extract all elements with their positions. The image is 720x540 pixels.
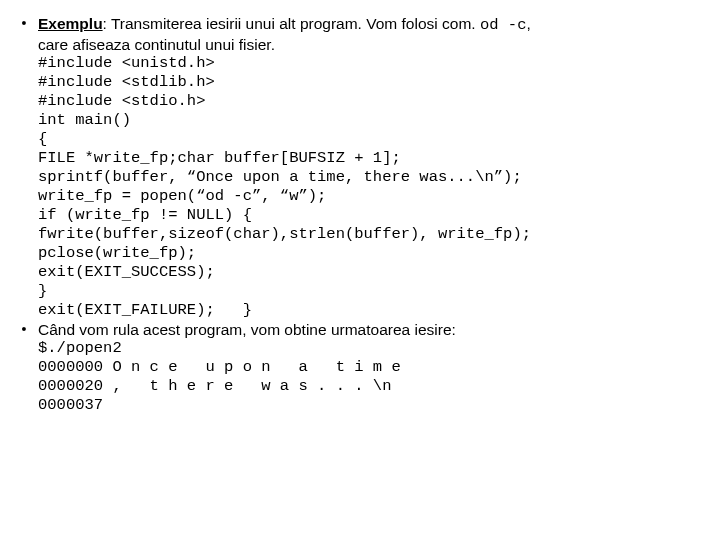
bullet-dot-icon: • <box>10 14 38 33</box>
bullet-2: • Când vom rula acest program, vom obtin… <box>10 320 710 415</box>
code-line: exit(EXIT_SUCCESS); <box>38 263 215 281</box>
code-line: write_fp = popen(“od -c”, “w”); <box>38 187 326 205</box>
code-line: fwrite(buffer,sizeof(char),strlen(buffer… <box>38 225 531 243</box>
output-block: $./popen2 0000000 O n c e u p o n a t i … <box>38 339 710 415</box>
code-line: } <box>38 282 47 300</box>
output-line: $./popen2 <box>38 339 122 357</box>
intro-command: od -c <box>480 16 527 34</box>
intro-comma: , <box>526 15 530 32</box>
code-line: exit(EXIT_FAILURE); } <box>38 301 252 319</box>
code-line: { <box>38 130 47 148</box>
code-line: #include <unistd.h> <box>38 54 215 72</box>
example-intro: Exemplu: Transmiterea iesirii unui alt p… <box>38 14 710 54</box>
slide: • Exemplu: Transmiterea iesirii unui alt… <box>0 0 720 425</box>
bullet-2-content: Când vom rula acest program, vom obtine … <box>38 320 710 415</box>
code-line: if (write_fp != NULL) { <box>38 206 252 224</box>
code-line: sprintf(buffer, “Once upon a time, there… <box>38 168 522 186</box>
code-line: #include <stdio.h> <box>38 92 205 110</box>
output-intro-text: Când vom rula acest program, vom obtine … <box>38 321 456 338</box>
bullet-1-content: Exemplu: Transmiterea iesirii unui alt p… <box>38 14 710 320</box>
code-line: FILE *write_fp;char buffer[BUFSIZ + 1]; <box>38 149 401 167</box>
bullet-dot-icon: • <box>10 320 38 339</box>
intro-text-2: care afiseaza continutul unui fisier. <box>38 36 275 53</box>
output-intro: Când vom rula acest program, vom obtine … <box>38 320 710 339</box>
bullet-1: • Exemplu: Transmiterea iesirii unui alt… <box>10 14 710 320</box>
code-line: pclose(write_fp); <box>38 244 196 262</box>
output-line: 0000000 O n c e u p o n a t i m e <box>38 358 401 376</box>
example-label: Exemplu <box>38 15 103 32</box>
intro-text-1: : Transmiterea iesirii unui alt program.… <box>103 15 480 32</box>
code-line: #include <stdlib.h> <box>38 73 215 91</box>
code-line: int main() <box>38 111 131 129</box>
code-block: #include <unistd.h> #include <stdlib.h> … <box>38 54 710 320</box>
output-line: 0000020 , t h e r e w a s . . . \n <box>38 377 391 395</box>
output-line: 0000037 <box>38 396 103 414</box>
